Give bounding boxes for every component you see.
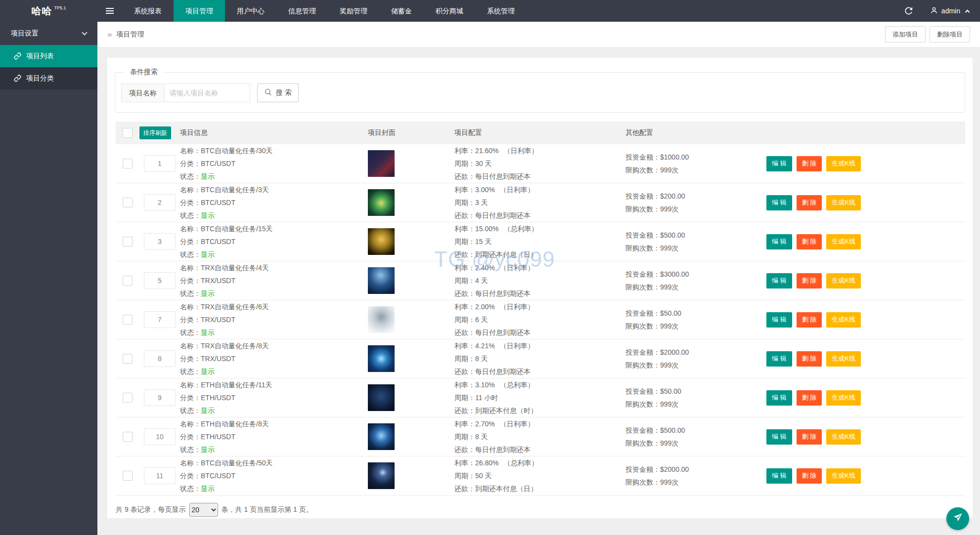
edit-button[interactable]: 编 辑 (766, 390, 792, 406)
edit-button[interactable]: 编 辑 (766, 273, 792, 288)
generate-kline-button[interactable]: 生成K线 (826, 351, 861, 367)
limit-value: 999次 (660, 478, 678, 486)
row-checkbox[interactable] (123, 198, 133, 207)
delete-button[interactable]: 删 除 (797, 390, 822, 406)
delete-button[interactable]: 删 除 (797, 156, 822, 171)
chevron-up-icon (965, 9, 970, 14)
delete-button[interactable]: 删 除 (797, 351, 822, 367)
topbar-menu-item[interactable]: 项目管理 (174, 0, 225, 22)
generate-kline-button[interactable]: 生成K线 (826, 156, 861, 171)
delete-button[interactable]: 删 除 (797, 312, 822, 328)
delete-button[interactable]: 删 除 (797, 429, 822, 445)
page-size-select[interactable]: 20 (189, 503, 218, 517)
delete-project-button[interactable]: 删除项目 (930, 26, 970, 42)
topbar-menu-item[interactable]: 系统管理 (475, 0, 527, 22)
sort-refresh-button[interactable]: 排序刷新 (139, 126, 171, 139)
sort-order-input[interactable] (144, 389, 176, 406)
edit-button[interactable]: 编 辑 (766, 195, 792, 210)
status-toggle[interactable]: 显示 (201, 172, 215, 180)
table-row: 名称：TRX自动量化任务/6天 分类：TRX/USDT 状态：显示 利率：2.0… (116, 300, 965, 339)
user-menu[interactable]: admin (930, 6, 969, 16)
chat-float-button[interactable] (946, 507, 969, 530)
status-label: 状态： (180, 289, 201, 297)
sidebar-item[interactable]: 项目列表 (0, 45, 97, 67)
edit-button[interactable]: 编 辑 (766, 234, 792, 249)
sort-order-input[interactable] (144, 272, 176, 289)
status-toggle[interactable]: 显示 (201, 407, 215, 414)
rate-value: 26.80% (475, 459, 498, 467)
row-checkbox[interactable] (123, 276, 133, 286)
menu-collapse-icon[interactable] (97, 0, 122, 22)
row-checkbox[interactable] (123, 471, 133, 481)
sort-order-input[interactable] (144, 350, 176, 367)
topbar-menu-item[interactable]: 奖励管理 (328, 0, 379, 22)
rate-value: 15.00% (475, 225, 498, 233)
status-toggle[interactable]: 显示 (201, 485, 215, 493)
topbar-menu-item[interactable]: 储蓄金 (379, 0, 424, 22)
topbar-menu-item[interactable]: 用户中心 (225, 0, 276, 22)
add-project-button[interactable]: 添加项目 (885, 26, 926, 42)
sort-order-input[interactable] (144, 233, 176, 250)
topbar-menu-item[interactable]: 系统报表 (122, 0, 174, 22)
search-button[interactable]: 搜 索 (257, 83, 299, 102)
topbar-menu-item[interactable]: 积分商城 (424, 0, 475, 22)
edit-button[interactable]: 编 辑 (766, 429, 792, 445)
limit-label: 限购次数： (625, 361, 660, 369)
generate-kline-button[interactable]: 生成K线 (826, 312, 861, 328)
sidebar-item[interactable]: 项目分类 (0, 67, 97, 89)
generate-kline-button[interactable]: 生成K线 (826, 468, 861, 484)
project-name-value: TRX自动量化任务/4天 (201, 264, 269, 272)
generate-kline-button[interactable]: 生成K线 (826, 429, 861, 445)
row-checkbox[interactable] (123, 315, 133, 325)
row-checkbox[interactable] (123, 159, 133, 168)
generate-kline-button[interactable]: 生成K线 (826, 390, 861, 406)
sort-order-input[interactable] (144, 467, 176, 484)
row-checkbox[interactable] (123, 354, 133, 364)
amount-label: 投资金额： (625, 387, 660, 395)
topbar-menu-item[interactable]: 信息管理 (276, 0, 328, 22)
generate-kline-button[interactable]: 生成K线 (826, 234, 861, 249)
rate-value: 3.00% (475, 186, 495, 194)
edit-button[interactable]: 编 辑 (766, 351, 792, 367)
refresh-icon[interactable] (904, 6, 913, 16)
user-icon (930, 6, 938, 16)
project-name-value: BTC自动量化任务/3天 (201, 186, 269, 194)
sort-order-input[interactable] (144, 428, 176, 445)
project-cover-image (368, 306, 395, 333)
rate-type-value: （日利率） (500, 186, 535, 194)
row-checkbox[interactable] (123, 432, 133, 442)
status-toggle[interactable]: 显示 (201, 368, 215, 375)
sort-order-input[interactable] (144, 155, 176, 172)
generate-kline-button[interactable]: 生成K线 (826, 195, 861, 210)
edit-button[interactable]: 编 辑 (766, 468, 792, 484)
delete-button[interactable]: 删 除 (797, 195, 822, 210)
category-label: 分类： (180, 355, 201, 363)
status-toggle[interactable]: 显示 (201, 250, 215, 258)
status-toggle[interactable]: 显示 (201, 446, 215, 453)
name-label: 名称： (180, 225, 201, 233)
sort-order-input[interactable] (144, 311, 176, 328)
edit-button[interactable]: 编 辑 (766, 312, 792, 328)
period-value: 11 小时 (475, 394, 498, 402)
search-panel-title: 条件搜索 (125, 68, 163, 77)
select-all-checkbox[interactable] (123, 128, 133, 138)
delete-button[interactable]: 删 除 (797, 468, 822, 484)
sidebar-group-project-settings[interactable]: 项目设置 (0, 22, 97, 45)
status-toggle[interactable]: 显示 (201, 329, 215, 336)
header-project-info: 项目信息 (180, 128, 368, 137)
status-toggle[interactable]: 显示 (201, 289, 215, 297)
period-value: 4 天 (475, 277, 488, 285)
delete-button[interactable]: 删 除 (797, 273, 822, 288)
row-checkbox[interactable] (123, 393, 133, 403)
category-label: 分类： (180, 160, 201, 167)
project-name-input[interactable] (164, 83, 250, 102)
delete-button[interactable]: 删 除 (797, 234, 822, 249)
limit-label: 限购次数： (625, 244, 660, 252)
rate-label: 利率： (454, 225, 475, 233)
row-checkbox[interactable] (123, 237, 133, 247)
edit-button[interactable]: 编 辑 (766, 156, 792, 171)
sort-order-input[interactable] (144, 194, 176, 211)
sidebar: 项目设置 项目列表 项目分类 (0, 22, 97, 535)
generate-kline-button[interactable]: 生成K线 (826, 273, 861, 288)
status-toggle[interactable]: 显示 (201, 211, 215, 219)
